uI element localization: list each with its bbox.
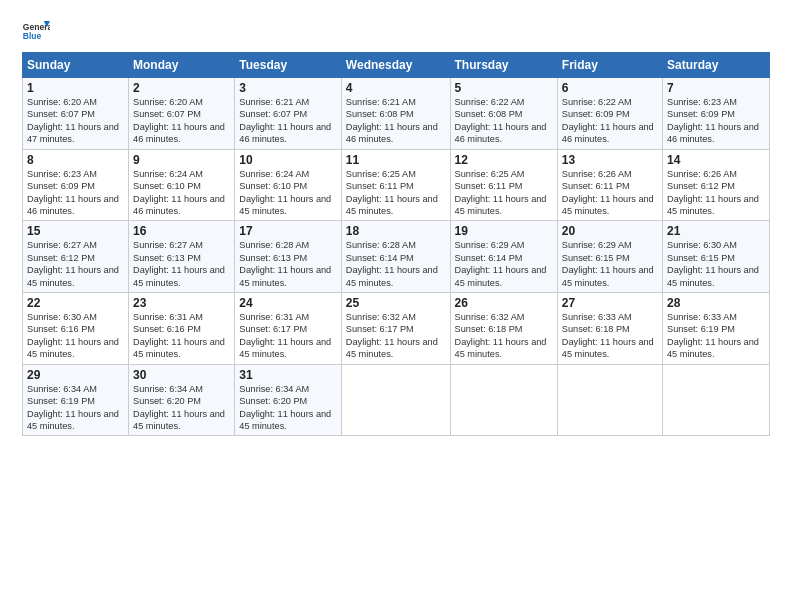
day-number: 9: [133, 153, 230, 167]
calendar-cell: 31Sunrise: 6:34 AMSunset: 6:20 PMDayligh…: [235, 364, 342, 436]
calendar-cell: 14Sunrise: 6:26 AMSunset: 6:12 PMDayligh…: [663, 149, 770, 221]
day-info: Sunrise: 6:31 AMSunset: 6:16 PMDaylight:…: [133, 311, 230, 361]
day-info: Sunrise: 6:29 AMSunset: 6:14 PMDaylight:…: [455, 239, 553, 289]
day-number: 31: [239, 368, 337, 382]
calendar-cell: 23Sunrise: 6:31 AMSunset: 6:16 PMDayligh…: [129, 293, 235, 365]
day-info: Sunrise: 6:26 AMSunset: 6:11 PMDaylight:…: [562, 168, 658, 218]
day-number: 10: [239, 153, 337, 167]
calendar-cell: 1Sunrise: 6:20 AMSunset: 6:07 PMDaylight…: [23, 78, 129, 150]
day-number: 27: [562, 296, 658, 310]
day-info: Sunrise: 6:33 AMSunset: 6:18 PMDaylight:…: [562, 311, 658, 361]
day-number: 30: [133, 368, 230, 382]
day-info: Sunrise: 6:20 AMSunset: 6:07 PMDaylight:…: [133, 96, 230, 146]
day-info: Sunrise: 6:28 AMSunset: 6:13 PMDaylight:…: [239, 239, 337, 289]
day-number: 23: [133, 296, 230, 310]
calendar-cell: 30Sunrise: 6:34 AMSunset: 6:20 PMDayligh…: [129, 364, 235, 436]
day-info: Sunrise: 6:24 AMSunset: 6:10 PMDaylight:…: [239, 168, 337, 218]
calendar-cell: 21Sunrise: 6:30 AMSunset: 6:15 PMDayligh…: [663, 221, 770, 293]
calendar-cell: 11Sunrise: 6:25 AMSunset: 6:11 PMDayligh…: [341, 149, 450, 221]
day-info: Sunrise: 6:27 AMSunset: 6:12 PMDaylight:…: [27, 239, 124, 289]
day-info: Sunrise: 6:30 AMSunset: 6:16 PMDaylight:…: [27, 311, 124, 361]
day-number: 8: [27, 153, 124, 167]
calendar-cell: 22Sunrise: 6:30 AMSunset: 6:16 PMDayligh…: [23, 293, 129, 365]
day-info: Sunrise: 6:33 AMSunset: 6:19 PMDaylight:…: [667, 311, 765, 361]
day-number: 15: [27, 224, 124, 238]
calendar-cell: 26Sunrise: 6:32 AMSunset: 6:18 PMDayligh…: [450, 293, 557, 365]
day-number: 25: [346, 296, 446, 310]
calendar-cell: 10Sunrise: 6:24 AMSunset: 6:10 PMDayligh…: [235, 149, 342, 221]
logo: General Blue: [22, 18, 50, 46]
calendar-cell: 16Sunrise: 6:27 AMSunset: 6:13 PMDayligh…: [129, 221, 235, 293]
day-info: Sunrise: 6:34 AMSunset: 6:20 PMDaylight:…: [133, 383, 230, 433]
day-info: Sunrise: 6:21 AMSunset: 6:08 PMDaylight:…: [346, 96, 446, 146]
day-of-week-header: Sunday: [23, 53, 129, 78]
calendar-cell: 5Sunrise: 6:22 AMSunset: 6:08 PMDaylight…: [450, 78, 557, 150]
day-info: Sunrise: 6:34 AMSunset: 6:19 PMDaylight:…: [27, 383, 124, 433]
calendar-cell: 24Sunrise: 6:31 AMSunset: 6:17 PMDayligh…: [235, 293, 342, 365]
calendar-cell: 4Sunrise: 6:21 AMSunset: 6:08 PMDaylight…: [341, 78, 450, 150]
calendar-cell: 12Sunrise: 6:25 AMSunset: 6:11 PMDayligh…: [450, 149, 557, 221]
calendar-cell: 8Sunrise: 6:23 AMSunset: 6:09 PMDaylight…: [23, 149, 129, 221]
day-info: Sunrise: 6:23 AMSunset: 6:09 PMDaylight:…: [667, 96, 765, 146]
calendar-cell: 13Sunrise: 6:26 AMSunset: 6:11 PMDayligh…: [557, 149, 662, 221]
day-info: Sunrise: 6:25 AMSunset: 6:11 PMDaylight:…: [346, 168, 446, 218]
day-info: Sunrise: 6:32 AMSunset: 6:17 PMDaylight:…: [346, 311, 446, 361]
day-number: 24: [239, 296, 337, 310]
day-number: 20: [562, 224, 658, 238]
day-number: 21: [667, 224, 765, 238]
day-info: Sunrise: 6:34 AMSunset: 6:20 PMDaylight:…: [239, 383, 337, 433]
day-number: 6: [562, 81, 658, 95]
day-of-week-header: Friday: [557, 53, 662, 78]
calendar-cell: [557, 364, 662, 436]
calendar-cell: 7Sunrise: 6:23 AMSunset: 6:09 PMDaylight…: [663, 78, 770, 150]
day-info: Sunrise: 6:29 AMSunset: 6:15 PMDaylight:…: [562, 239, 658, 289]
day-number: 12: [455, 153, 553, 167]
day-number: 19: [455, 224, 553, 238]
calendar-cell: 2Sunrise: 6:20 AMSunset: 6:07 PMDaylight…: [129, 78, 235, 150]
calendar-cell: 6Sunrise: 6:22 AMSunset: 6:09 PMDaylight…: [557, 78, 662, 150]
calendar-cell: 3Sunrise: 6:21 AMSunset: 6:07 PMDaylight…: [235, 78, 342, 150]
calendar-cell: 9Sunrise: 6:24 AMSunset: 6:10 PMDaylight…: [129, 149, 235, 221]
day-number: 7: [667, 81, 765, 95]
day-of-week-header: Saturday: [663, 53, 770, 78]
calendar-cell: 25Sunrise: 6:32 AMSunset: 6:17 PMDayligh…: [341, 293, 450, 365]
day-info: Sunrise: 6:20 AMSunset: 6:07 PMDaylight:…: [27, 96, 124, 146]
day-info: Sunrise: 6:22 AMSunset: 6:09 PMDaylight:…: [562, 96, 658, 146]
day-number: 11: [346, 153, 446, 167]
day-number: 3: [239, 81, 337, 95]
day-info: Sunrise: 6:25 AMSunset: 6:11 PMDaylight:…: [455, 168, 553, 218]
day-info: Sunrise: 6:24 AMSunset: 6:10 PMDaylight:…: [133, 168, 230, 218]
day-number: 17: [239, 224, 337, 238]
calendar-cell: [663, 364, 770, 436]
day-info: Sunrise: 6:22 AMSunset: 6:08 PMDaylight:…: [455, 96, 553, 146]
calendar-cell: 17Sunrise: 6:28 AMSunset: 6:13 PMDayligh…: [235, 221, 342, 293]
day-number: 14: [667, 153, 765, 167]
day-info: Sunrise: 6:28 AMSunset: 6:14 PMDaylight:…: [346, 239, 446, 289]
calendar-cell: 27Sunrise: 6:33 AMSunset: 6:18 PMDayligh…: [557, 293, 662, 365]
logo-icon: General Blue: [22, 18, 50, 46]
calendar-cell: [341, 364, 450, 436]
calendar-cell: [450, 364, 557, 436]
day-number: 2: [133, 81, 230, 95]
day-number: 18: [346, 224, 446, 238]
calendar-cell: 19Sunrise: 6:29 AMSunset: 6:14 PMDayligh…: [450, 221, 557, 293]
svg-text:Blue: Blue: [23, 31, 42, 41]
calendar-cell: 18Sunrise: 6:28 AMSunset: 6:14 PMDayligh…: [341, 221, 450, 293]
day-number: 13: [562, 153, 658, 167]
day-number: 5: [455, 81, 553, 95]
calendar-cell: 15Sunrise: 6:27 AMSunset: 6:12 PMDayligh…: [23, 221, 129, 293]
calendar-cell: 28Sunrise: 6:33 AMSunset: 6:19 PMDayligh…: [663, 293, 770, 365]
day-of-week-header: Wednesday: [341, 53, 450, 78]
day-info: Sunrise: 6:30 AMSunset: 6:15 PMDaylight:…: [667, 239, 765, 289]
calendar-cell: 29Sunrise: 6:34 AMSunset: 6:19 PMDayligh…: [23, 364, 129, 436]
day-of-week-header: Monday: [129, 53, 235, 78]
day-info: Sunrise: 6:27 AMSunset: 6:13 PMDaylight:…: [133, 239, 230, 289]
day-info: Sunrise: 6:26 AMSunset: 6:12 PMDaylight:…: [667, 168, 765, 218]
day-of-week-header: Tuesday: [235, 53, 342, 78]
calendar: SundayMondayTuesdayWednesdayThursdayFrid…: [22, 52, 770, 436]
day-number: 28: [667, 296, 765, 310]
day-number: 29: [27, 368, 124, 382]
day-info: Sunrise: 6:32 AMSunset: 6:18 PMDaylight:…: [455, 311, 553, 361]
day-number: 26: [455, 296, 553, 310]
day-number: 16: [133, 224, 230, 238]
